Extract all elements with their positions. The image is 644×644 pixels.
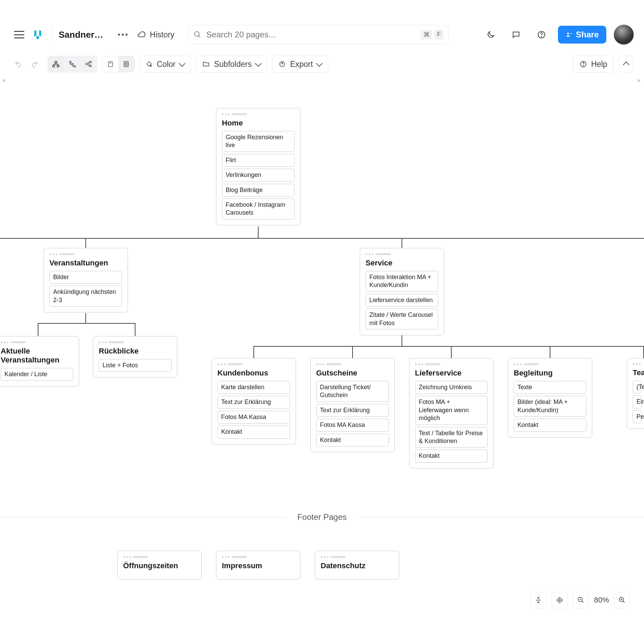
node-title: Öffnungszeiten	[123, 561, 196, 570]
node-tag[interactable]: Facebook / Instagram Carousels	[222, 199, 295, 219]
node-tag[interactable]: Bilder (ideal: MA + Kunde/Kundin)	[514, 396, 586, 417]
svg-rect-11	[86, 63, 88, 65]
share-button[interactable]: Share	[558, 26, 606, 44]
node-footer-oeffnungszeiten[interactable]: Öffnungszeiten	[117, 551, 202, 580]
node-team-partial[interactable]: Tea (TeEinPer	[627, 358, 644, 429]
node-lieferservice[interactable]: Lieferservice Zeichnung UmkreisFotos MA …	[409, 358, 493, 468]
node-tag[interactable]: Blog Beiträge	[222, 184, 295, 196]
collapse-panel-button[interactable]	[619, 56, 634, 73]
node-tag[interactable]: Texte	[514, 381, 586, 394]
node-tag[interactable]: Verlinkungen	[222, 169, 295, 181]
history-button[interactable]: History	[137, 30, 175, 39]
connector	[451, 346, 452, 358]
node-title: Veranstaltungen	[49, 259, 122, 267]
export-dropdown[interactable]: Export	[272, 56, 328, 73]
zoom-in-button[interactable]	[614, 592, 630, 608]
node-footer-datenschutz[interactable]: Datenschutz	[315, 551, 399, 580]
recenter-button[interactable]	[551, 592, 568, 608]
node-tag[interactable]: Google Rezensionen live	[222, 131, 295, 152]
node-tag[interactable]: Kontakt	[514, 419, 586, 431]
comments-button[interactable]	[507, 26, 525, 44]
node-tag[interactable]: Darstellung Ticket/ Gutschein	[316, 381, 389, 402]
node-tag[interactable]: (Te	[633, 381, 642, 393]
zoom-out-button[interactable]	[573, 592, 589, 608]
color-dropdown[interactable]: Color	[139, 56, 191, 73]
node-title: Kundenbonus	[217, 369, 290, 378]
node-service[interactable]: Service Fotos Interaktion MA + Kunde/Kun…	[360, 248, 444, 335]
undo-button[interactable]	[10, 56, 26, 72]
footer-pages-label: Footer Pages	[287, 512, 357, 522]
project-name[interactable]: Sandner…	[59, 29, 103, 40]
node-header	[316, 363, 389, 365]
hamburger-menu[interactable]	[10, 26, 28, 44]
chevron-down-icon	[316, 60, 323, 67]
node-aktuelle-veranstaltungen[interactable]: Aktuelle Veranstaltungen Kalender / List…	[0, 336, 79, 386]
node-tag[interactable]: Kalender / Liste	[1, 368, 73, 381]
connector	[352, 346, 353, 358]
svg-rect-8	[70, 61, 71, 63]
node-title: Gutscheine	[316, 369, 389, 378]
node-gutscheine[interactable]: Gutscheine Darstellung Ticket/ Gutschein…	[310, 358, 395, 452]
node-header	[99, 341, 171, 343]
node-home[interactable]: Home Google Rezensionen liveFlirtVerlink…	[216, 108, 300, 225]
svg-rect-12	[90, 61, 92, 63]
kbd-cmd: ⌘	[421, 30, 432, 39]
node-tag[interactable]: Fotos MA Kassa	[217, 411, 290, 424]
node-tag[interactable]: Zitate / Werte Carousel mit Fotos	[366, 309, 438, 330]
node-tag[interactable]: Liste + Fotos	[99, 359, 171, 372]
node-tag[interactable]: Fotos MA + Lieferwagen wenn möglich	[415, 396, 488, 425]
node-header	[123, 556, 196, 558]
node-kundenbonus[interactable]: Kundenbonus Karte darstellenText zur Erk…	[212, 358, 296, 444]
node-tag[interactable]: Kontakt	[316, 434, 389, 446]
dark-mode-toggle[interactable]	[482, 26, 500, 44]
node-tag[interactable]: Text zur Erklärung	[316, 404, 389, 417]
zoom-out-icon	[577, 596, 585, 604]
help-label: Help	[591, 60, 607, 69]
node-tag[interactable]: Karte darstellen	[217, 381, 290, 394]
fit-vertical-icon	[535, 596, 542, 604]
help-button[interactable]: Help	[573, 56, 614, 73]
node-footer-impressum[interactable]: Impressum	[216, 551, 300, 580]
node-tag[interactable]: Bilder	[49, 271, 122, 284]
node-tag[interactable]: Lieferservice darstellen	[366, 294, 438, 307]
fit-vertical-button[interactable]	[530, 592, 547, 608]
chat-icon	[512, 30, 521, 39]
node-header	[633, 363, 642, 365]
node-tag[interactable]: Flirt	[222, 154, 295, 167]
node-begleitung[interactable]: Begleitung TexteBilder (ideal: MA + Kund…	[508, 358, 592, 438]
node-tag[interactable]: Text zur Erklärung	[217, 396, 290, 408]
card-compact-button[interactable]	[103, 56, 118, 72]
node-tag[interactable]: Kontakt	[217, 426, 290, 438]
node-tag[interactable]: Text / Tabelle für Preise & Konditionen	[415, 427, 488, 448]
svg-point-3	[541, 36, 542, 37]
node-header	[49, 253, 122, 255]
moon-icon	[486, 30, 495, 39]
connector	[258, 226, 259, 238]
view-tree-button[interactable]	[48, 56, 64, 72]
help-icon-button[interactable]	[533, 26, 550, 44]
user-avatar[interactable]	[614, 25, 634, 45]
node-tag[interactable]: Per	[633, 410, 642, 423]
svg-line-30	[623, 601, 625, 603]
more-menu[interactable]	[109, 26, 127, 44]
connector	[85, 313, 86, 323]
search-input[interactable]	[206, 30, 416, 39]
view-indent-button[interactable]	[64, 56, 80, 72]
node-rueckblicke[interactable]: Rückblicke Liste + Fotos	[93, 336, 177, 378]
history-label: History	[150, 30, 175, 39]
subfolders-dropdown[interactable]: Subfolders	[196, 56, 267, 73]
connector	[550, 346, 550, 358]
svg-point-4	[567, 33, 569, 34]
node-tag[interactable]: Zeichnung Umkreis	[415, 381, 488, 394]
view-side-button[interactable]	[81, 56, 97, 72]
node-tag[interactable]: Kontakt	[415, 450, 488, 462]
card-detail-button[interactable]	[118, 56, 134, 72]
search-box[interactable]: ⌘ F	[188, 25, 449, 44]
node-veranstaltungen[interactable]: Veranstaltungen BilderAnkündigung nächst…	[44, 248, 128, 312]
node-tag[interactable]: Ankündigung nächsten 2-3	[49, 286, 122, 307]
node-tag[interactable]: Fotos Interaktion MA + Kunde/Kundin	[366, 271, 438, 292]
node-tag[interactable]: Fotos MA Kassa	[316, 419, 389, 431]
redo-button[interactable]	[27, 56, 43, 72]
node-tag[interactable]: Ein	[633, 395, 642, 408]
question-icon	[537, 30, 546, 39]
